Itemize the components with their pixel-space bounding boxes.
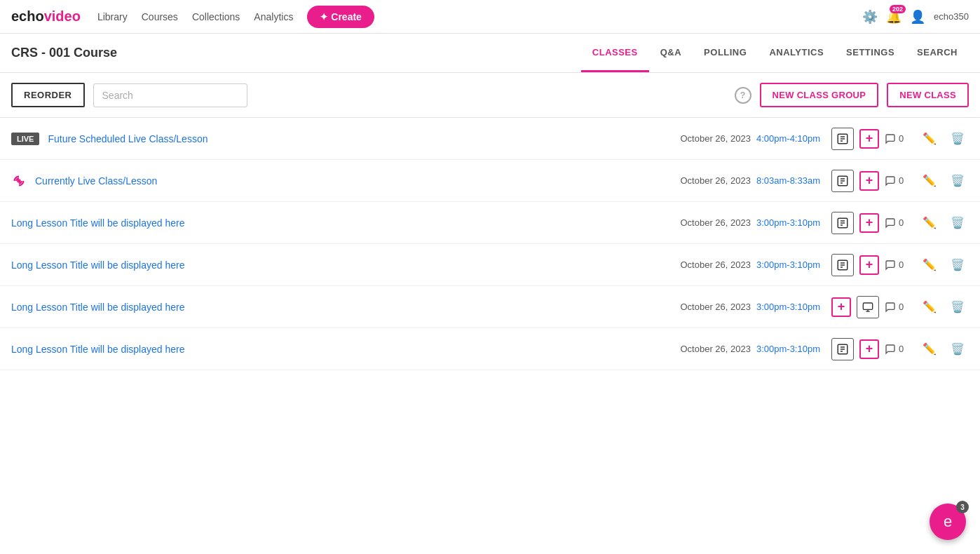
logo-echo: echo [11,8,44,25]
table-row: LIVE Future Scheduled Live Class/Lesson … [0,118,980,160]
class-actions: + 0 ✏️ 🗑️ [831,254,969,276]
class-time: 4:00pm-4:10pm [756,133,820,144]
class-date: October 26, 2023 [680,302,750,312]
class-date: October 26, 2023 [680,175,750,186]
class-actions: + 0 ✏️ 🗑️ [831,212,969,234]
comment-count: 0 [885,302,913,313]
class-actions: + 0 ✏️ 🗑️ [831,170,969,192]
class-actions: + 0 ✏️ 🗑️ [831,128,969,150]
quiz-icon[interactable] [831,254,854,276]
nav-links: Library Courses Collections Analytics ✦ … [97,6,862,28]
delete-icon[interactable]: 🗑️ [946,338,969,360]
comment-number: 0 [899,217,904,228]
quiz-icon[interactable] [831,128,854,150]
create-button[interactable]: ✦ Create [307,6,374,28]
table-row: Long Lesson Title will be displayed here… [0,244,980,286]
tab-qa[interactable]: Q&A [649,34,693,72]
comment-count: 0 [885,175,913,187]
class-left: LIVE Future Scheduled Live Class/Lesson [11,133,680,145]
class-time: 3:00pm-3:10pm [756,259,820,270]
tab-settings[interactable]: SETTINGS [835,34,906,72]
logo[interactable]: echovideo [11,8,81,25]
class-left: Long Lesson Title will be displayed here [11,217,680,229]
class-meta: October 26, 2023 3:00pm-3:10pm [680,259,820,270]
class-title-link[interactable]: Long Lesson Title will be displayed here [11,217,185,229]
user-icon[interactable]: 👤 [910,9,925,25]
edit-icon[interactable]: ✏️ [918,254,941,276]
delete-icon[interactable]: 🗑️ [946,254,969,276]
class-date: October 26, 2023 [680,344,750,354]
tab-classes[interactable]: CLASSES [581,34,649,72]
class-title-link[interactable]: Long Lesson Title will be displayed here [11,344,185,355]
comment-number: 0 [899,302,904,312]
delete-icon[interactable]: 🗑️ [946,170,969,192]
notification-icon[interactable]: 🔔 202 [886,9,901,25]
class-left: Long Lesson Title will be displayed here [11,344,680,355]
course-title: CRS - 001 Course [11,46,117,60]
nav-analytics[interactable]: Analytics [254,11,293,22]
class-title-link[interactable]: Future Scheduled Live Class/Lesson [48,133,207,144]
tab-analytics[interactable]: ANALYTICS [758,34,835,72]
edit-icon[interactable]: ✏️ [918,128,941,150]
edit-icon[interactable]: ✏️ [918,170,941,192]
add-content-button[interactable]: + [859,255,879,275]
class-title-link[interactable]: Long Lesson Title will be displayed here [11,302,185,313]
reorder-button[interactable]: REORDER [11,83,85,107]
edit-icon[interactable]: ✏️ [918,338,941,360]
quiz-icon[interactable] [831,338,854,360]
live-wave-icon [11,173,27,189]
course-header: CRS - 001 Course CLASSES Q&A POLLING ANA… [0,34,980,73]
nav-right: ⚙️ 🔔 202 👤 echo350 [862,9,969,25]
search-input[interactable] [93,83,247,107]
monitor-icon[interactable] [857,296,879,318]
comment-count: 0 [885,133,913,144]
notification-badge: 202 [890,5,906,13]
comment-count: 0 [885,259,913,271]
add-content-button[interactable]: + [859,339,879,359]
class-list: LIVE Future Scheduled Live Class/Lesson … [0,118,980,370]
user-name[interactable]: echo350 [934,11,969,22]
delete-icon[interactable]: 🗑️ [946,212,969,234]
delete-icon[interactable]: 🗑️ [946,128,969,150]
quiz-icon[interactable] [831,212,854,234]
top-navigation: echovideo Library Courses Collections An… [0,0,980,34]
quiz-icon[interactable] [831,170,854,192]
class-date: October 26, 2023 [680,133,750,144]
comment-number: 0 [899,259,904,270]
svg-rect-17 [863,303,872,309]
class-actions: + 0 ✏️ 🗑️ [831,296,969,318]
new-class-button[interactable]: NEW CLASS [887,83,969,107]
table-row: Long Lesson Title will be displayed here… [0,328,980,370]
comment-number: 0 [899,133,904,144]
delete-icon[interactable]: 🗑️ [946,296,969,318]
class-title-link[interactable]: Currently Live Class/Lesson [35,175,157,187]
class-time: 8:03am-8:33am [756,175,820,186]
add-content-button[interactable]: + [831,297,851,317]
class-title-link[interactable]: Long Lesson Title will be displayed here [11,259,185,271]
class-left: Long Lesson Title will be displayed here [11,259,680,271]
logo-video: video [44,8,81,25]
add-content-button[interactable]: + [859,129,879,149]
class-date: October 26, 2023 [680,217,750,228]
add-content-button[interactable]: + [859,171,879,191]
class-meta: October 26, 2023 3:00pm-3:10pm [680,344,820,354]
settings-icon[interactable]: ⚙️ [862,9,878,25]
class-time: 3:00pm-3:10pm [756,302,820,312]
nav-courses[interactable]: Courses [142,11,178,22]
class-meta: October 26, 2023 4:00pm-4:10pm [680,133,820,144]
live-badge: LIVE [11,133,39,145]
help-icon[interactable]: ? [735,87,751,104]
edit-icon[interactable]: ✏️ [918,212,941,234]
class-left: Currently Live Class/Lesson [11,173,680,189]
tab-search[interactable]: SEARCH [906,34,969,72]
add-content-button[interactable]: + [859,213,879,233]
edit-icon[interactable]: ✏️ [918,296,941,318]
tab-polling[interactable]: POLLING [693,34,758,72]
class-left: Long Lesson Title will be displayed here [11,302,680,313]
nav-library[interactable]: Library [97,11,128,22]
comment-count: 0 [885,217,913,229]
course-tabs: CLASSES Q&A POLLING ANALYTICS SETTINGS S… [581,34,969,72]
class-meta: October 26, 2023 3:00pm-3:10pm [680,302,820,312]
new-class-group-button[interactable]: NEW CLASS GROUP [760,83,879,107]
nav-collections[interactable]: Collections [192,11,240,22]
